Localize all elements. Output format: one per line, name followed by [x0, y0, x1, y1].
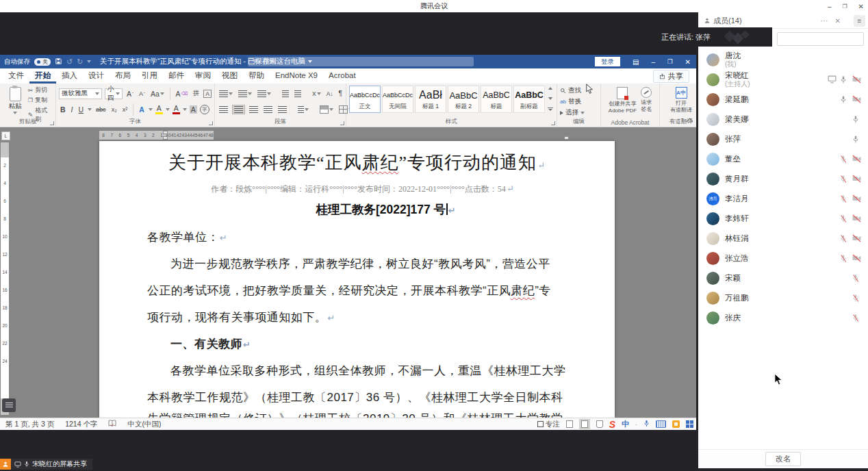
shading-button[interactable]: [318, 105, 335, 114]
font-color-button[interactable]: A: [173, 104, 180, 114]
rename-button[interactable]: 改名: [765, 452, 801, 466]
reading-widget[interactable]: [2, 398, 16, 412]
paragraph-dialog-launcher[interactable]: [340, 121, 344, 125]
panel-close-icon[interactable]: ✕: [835, 17, 841, 25]
shrink-font-button[interactable]: Aˇ: [138, 90, 146, 97]
style-标题[interactable]: AaBbC标题: [481, 86, 512, 113]
clipboard-dialog-launcher[interactable]: [50, 121, 54, 125]
restore-icon[interactable]: ❐: [842, 3, 847, 10]
tab-Acrobat[interactable]: Acrobat: [323, 68, 361, 84]
ime-toolbox-icon[interactable]: [672, 420, 680, 428]
line-spacing-button[interactable]: [296, 106, 310, 113]
proofing-icon[interactable]: [108, 420, 116, 429]
align-center-button[interactable]: [232, 105, 245, 114]
share-button[interactable]: 共享: [653, 70, 689, 83]
char-border-button[interactable]: A: [203, 90, 212, 98]
cut-button[interactable]: ✂剪切: [28, 86, 53, 94]
word-close-icon[interactable]: ✕: [685, 58, 691, 66]
tab-文件[interactable]: 文件: [3, 68, 29, 84]
minimize-icon[interactable]: –: [828, 3, 832, 10]
font-family-combo[interactable]: 微软雅黑: [59, 88, 102, 99]
member-row[interactable]: 宋颖: [698, 268, 868, 288]
create-pdf-button[interactable]: 创建并共享Adobe PDF: [607, 86, 639, 114]
tab-设计[interactable]: 设计: [83, 68, 110, 84]
decrease-indent-button[interactable]: [281, 90, 290, 97]
sogou-logo-icon[interactable]: S: [609, 419, 615, 430]
enclose-char-button[interactable]: 字: [200, 105, 209, 114]
language-indicator[interactable]: 中文(中国): [127, 420, 161, 429]
save-icon[interactable]: [55, 58, 62, 66]
styles-gallery-expand-icon[interactable]: [548, 107, 553, 112]
tab-stop-selector[interactable]: L: [1, 131, 10, 140]
underline-button[interactable]: U: [77, 105, 86, 114]
autosave-toggle[interactable]: 关: [34, 58, 51, 66]
word-search-box[interactable]: 搜索: [248, 57, 474, 66]
left-indent-marker[interactable]: [163, 136, 168, 140]
tab-EndNote X9[interactable]: EndNote X9: [270, 68, 323, 84]
ime-skin-icon[interactable]: ·: [635, 421, 637, 428]
tab-帮助[interactable]: 帮助: [243, 68, 270, 84]
panel-more-icon[interactable]: ⋯: [821, 16, 828, 25]
member-row[interactable]: 张萍: [698, 129, 868, 149]
ime-language-icon[interactable]: 中: [622, 419, 629, 429]
close-icon[interactable]: ✕: [858, 3, 864, 10]
superscript-button[interactable]: x²: [121, 106, 129, 113]
asian-layout-button[interactable]: X: [311, 90, 322, 97]
ime-mic-icon[interactable]: [643, 420, 650, 429]
ime-keyboard-icon[interactable]: [656, 420, 666, 428]
char-shading-button[interactable]: A: [190, 105, 197, 114]
document-page[interactable]: 关于开展本科教学“正风肃纪”专项行动的通知↵ 作者：段炼°°°°|°°°°编辑：…: [99, 141, 615, 418]
member-row[interactable]: 宋晓红(主持人): [698, 70, 868, 90]
read-mode-icon[interactable]: [566, 420, 573, 428]
bullets-button[interactable]: [218, 90, 234, 97]
print-layout-icon[interactable]: [579, 419, 590, 429]
member-row[interactable]: 黄月群: [698, 169, 868, 189]
bold-button[interactable]: B: [59, 105, 67, 114]
member-search-input[interactable]: [777, 32, 864, 46]
align-right-button[interactable]: [248, 106, 259, 113]
word-restore-icon[interactable]: ❐: [667, 58, 673, 65]
member-row[interactable]: 梁美娜: [698, 110, 868, 129]
style-标题 1[interactable]: AaBł标题 1: [415, 86, 446, 113]
style-副标题[interactable]: AaBbC副标题: [513, 86, 545, 113]
paste-dropdown-icon[interactable]: [13, 112, 17, 114]
strikethrough-button[interactable]: abc: [94, 106, 107, 113]
justify-button[interactable]: [262, 106, 274, 113]
grow-font-button[interactable]: Aˆ: [125, 90, 135, 98]
style-无间隔[interactable]: AaBbCcDc无间隔: [382, 86, 413, 113]
styles-scroll-up-icon[interactable]: [548, 87, 552, 90]
member-row[interactable]: 林钰涓: [698, 229, 868, 249]
qat-customize-icon[interactable]: [87, 60, 91, 63]
select-button[interactable]: 选择: [560, 108, 598, 117]
distribute-button[interactable]: [277, 106, 288, 113]
tab-插入[interactable]: 插入: [56, 68, 83, 84]
style-正文[interactable]: AaBbCcDc正文: [349, 86, 381, 113]
tab-引用[interactable]: 引用: [136, 68, 163, 84]
styles-scroll-down-icon[interactable]: [548, 97, 552, 100]
text-effects-button[interactable]: A: [138, 105, 146, 114]
youdao-translate-button[interactable]: A中 打开有道翻译: [668, 86, 694, 114]
replace-button[interactable]: ab 替换: [560, 97, 598, 106]
signin-button[interactable]: 登录: [595, 57, 620, 66]
right-indent-marker[interactable]: [564, 136, 569, 140]
vertical-ruler[interactable]: 24681012141618202224: [1, 142, 9, 415]
screen-share-indicator[interactable]: 宋晓红的屏幕共享: [0, 459, 92, 470]
request-signature-button[interactable]: 请求签名: [639, 86, 654, 114]
member-row[interactable]: 张庆: [698, 308, 868, 328]
member-row[interactable]: 李炜轩: [698, 209, 868, 229]
horizontal-ruler[interactable]: 87654321 1234567891011121314151617181920…: [99, 131, 615, 140]
clear-format-button[interactable]: A⌫: [174, 90, 189, 98]
styles-dialog-launcher[interactable]: [551, 121, 555, 125]
subscript-button[interactable]: x₂: [110, 106, 118, 113]
align-left-button[interactable]: [218, 106, 229, 113]
redo-icon[interactable]: ↻: [77, 58, 83, 66]
member-row[interactable]: 洁月李洁月: [698, 189, 868, 209]
member-row[interactable]: 唐沈(我): [698, 50, 868, 70]
phonetic-guide-button[interactable]: 拼: [192, 89, 201, 98]
styles-scrollbar[interactable]: [546, 86, 554, 113]
member-row[interactable]: 梁延鹏: [698, 90, 868, 110]
focus-mode-button[interactable]: 专注: [537, 420, 560, 429]
ribbon-display-icon[interactable]: ▤: [633, 58, 639, 66]
undo-icon[interactable]: ↺: [66, 58, 73, 66]
first-line-indent-marker[interactable]: [163, 131, 168, 134]
